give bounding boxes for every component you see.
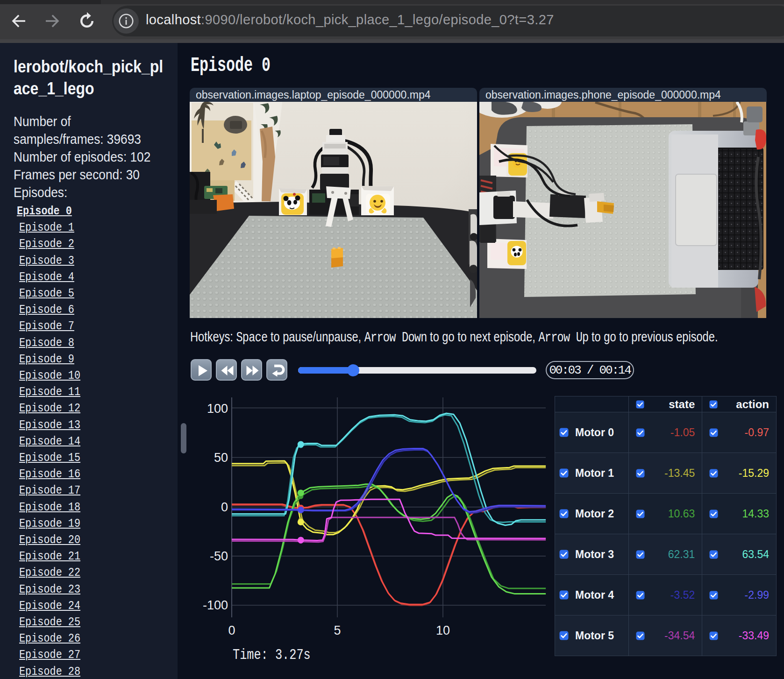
svg-text:100: 100 [207,402,228,416]
svg-text:-50: -50 [210,549,228,563]
svg-text:5: 5 [334,623,341,637]
svg-text:10: 10 [436,623,450,637]
svg-text:0: 0 [221,500,228,514]
svg-text:50: 50 [214,451,228,465]
svg-text:Time: 3.27s: Time: 3.27s [233,647,311,663]
svg-text:-100: -100 [203,598,228,612]
svg-text:0: 0 [228,623,235,637]
